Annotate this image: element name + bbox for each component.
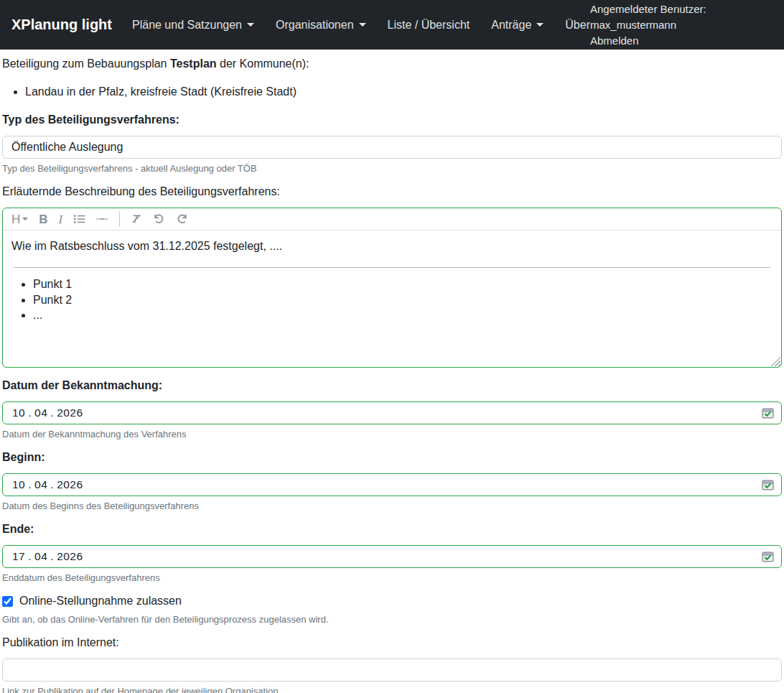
date-separator: . [50, 478, 54, 491]
calendar-picker-button[interactable] [762, 407, 774, 419]
editor-paragraph: Wie im Ratsbeschluss vom 31.12.2025 fest… [11, 238, 773, 255]
intro-prefix: Beteiligung zum Bebauungsplan [2, 57, 167, 70]
publication-field-help: Link zur Publikation auf der Homepage de… [2, 686, 782, 693]
nav-item-label: Über [565, 19, 590, 32]
bold-button[interactable]: B [39, 213, 47, 225]
date-day[interactable]: 10 [12, 478, 25, 491]
calendar-check-icon [762, 551, 774, 562]
end-date-label: Ende: [2, 521, 782, 538]
end-date-help: Enddatum des Beteiligungsverfahrens [2, 572, 782, 584]
date-value: 10 . 04 . 2026 [12, 478, 83, 491]
bullet-list-icon [73, 213, 85, 225]
nav-item-liste-uebersicht[interactable]: Liste / Übersicht [388, 19, 470, 32]
heading-button[interactable]: H [11, 213, 28, 225]
date-year[interactable]: 2026 [57, 478, 83, 491]
nav-item-ueber[interactable]: Über [565, 19, 590, 32]
municipality-list: Landau in der Pfalz, kreisfreie Stadt (K… [2, 83, 782, 101]
heading-icon: H [11, 213, 20, 225]
intro-text: Beteiligung zum Bebauungsplan Testplan d… [2, 55, 782, 73]
chevron-down-icon [247, 23, 254, 27]
date-separator: . [28, 550, 32, 563]
calendar-check-icon [762, 407, 774, 419]
italic-button[interactable]: I [59, 213, 63, 225]
undo-button[interactable] [153, 213, 165, 225]
type-field-label: Typ des Beteiligungsverfahrens: [2, 111, 782, 129]
nav-item-label: Anträge [491, 19, 531, 32]
editor-bullet-list: Punkt 1 Punkt 2 ... [11, 276, 773, 323]
horizontal-rule-button[interactable] [96, 213, 108, 225]
description-field-label: Erläuternde Beschreibung des Beteiligung… [2, 183, 782, 200]
clear-formatting-button[interactable] [131, 213, 142, 225]
logout-link[interactable]: Abmelden [590, 33, 639, 49]
date-separator: . [50, 550, 54, 563]
date-day[interactable]: 17 [12, 550, 25, 563]
publication-url-input[interactable] [2, 659, 782, 682]
nav-item-label: Liste / Übersicht [388, 19, 470, 32]
date-day[interactable]: 10 [12, 406, 25, 419]
date-separator: . [28, 406, 32, 419]
end-date-input[interactable]: 17 . 04 . 2026 [2, 545, 782, 568]
publication-field-label: Publikation im Internet: [2, 634, 782, 651]
redo-icon [176, 213, 188, 225]
announcement-date-help: Datum der Bekanntmachung des Verfahrens [2, 429, 782, 440]
horizontal-rule-icon [96, 213, 108, 225]
start-date-label: Beginn: [2, 449, 782, 466]
logged-in-user-text: Angemeldeter Benutzer: max_mustermann [590, 1, 773, 33]
date-month[interactable]: 04 [34, 406, 47, 419]
navbar: XPlanung light Pläne und Satzungen Organ… [0, 0, 784, 50]
user-block: Angemeldeter Benutzer: max_mustermann Ab… [590, 1, 773, 49]
clear-formatting-icon [131, 213, 142, 225]
editor-horizontal-rule [14, 267, 770, 268]
redo-button[interactable] [176, 213, 188, 225]
editor-content[interactable]: Wie im Ratsbeschluss vom 31.12.2025 fest… [3, 231, 781, 367]
announcement-date-label: Datum der Bekanntmachung: [2, 377, 782, 394]
undo-icon [153, 213, 165, 225]
calendar-check-icon [762, 479, 774, 490]
date-value: 10 . 04 . 2026 [12, 406, 83, 419]
editor-toolbar: H B I [3, 208, 781, 231]
toolbar-separator [119, 211, 120, 227]
nav-item-label: Organisationen [276, 19, 354, 32]
participation-form: Beteiligung zum Bebauungsplan Testplan d… [0, 50, 784, 693]
online-checkbox-help: Gibt an, ob das Online-Verfahren für den… [2, 614, 782, 625]
date-separator: . [28, 478, 32, 491]
type-field-help: Typ des Beteiligungsverfahrens - aktuell… [2, 163, 782, 175]
main-nav: Pläne und Satzungen Organisationen Liste… [132, 19, 590, 32]
nav-item-organisationen[interactable]: Organisationen [276, 19, 366, 32]
start-date-input[interactable]: 10 . 04 . 2026 [2, 473, 782, 496]
nav-item-antraege[interactable]: Anträge [491, 19, 543, 32]
date-month[interactable]: 04 [34, 550, 47, 563]
editor-list-item: ... [33, 307, 773, 323]
date-year[interactable]: 2026 [57, 550, 83, 563]
rich-text-editor: H B I [2, 208, 782, 368]
start-date-help: Datum des Beginns des Beteiligungsverfah… [2, 501, 782, 512]
calendar-picker-button[interactable] [762, 551, 774, 562]
chevron-down-icon [22, 218, 28, 220]
editor-list-item: Punkt 2 [33, 292, 773, 308]
plan-name: Testplan [170, 57, 217, 70]
online-statement-checkbox[interactable] [2, 596, 13, 607]
date-year[interactable]: 2026 [57, 406, 83, 419]
online-checkbox-row: Online-Stellungnahme zulassen [2, 592, 782, 610]
nav-item-plaene-und-satzungen[interactable]: Pläne und Satzungen [132, 19, 254, 32]
chevron-down-icon [536, 23, 543, 27]
intro-suffix: der Kommune(n): [220, 57, 309, 70]
calendar-picker-button[interactable] [762, 479, 774, 490]
date-value: 17 . 04 . 2026 [12, 550, 83, 563]
online-statement-label[interactable]: Online-Stellungnahme zulassen [19, 592, 182, 610]
app-brand[interactable]: XPlanung light [11, 17, 112, 33]
bullet-list-button[interactable] [73, 213, 85, 225]
municipality-item: Landau in der Pfalz, kreisfreie Stadt (K… [25, 83, 782, 101]
date-month[interactable]: 04 [34, 478, 47, 491]
editor-list-item: Punkt 1 [33, 276, 773, 292]
date-separator: . [50, 406, 54, 419]
type-field-input[interactable] [2, 136, 782, 159]
chevron-down-icon [359, 23, 366, 27]
announcement-date-input[interactable]: 10 . 04 . 2026 [2, 401, 782, 424]
nav-item-label: Pläne und Satzungen [132, 19, 242, 32]
